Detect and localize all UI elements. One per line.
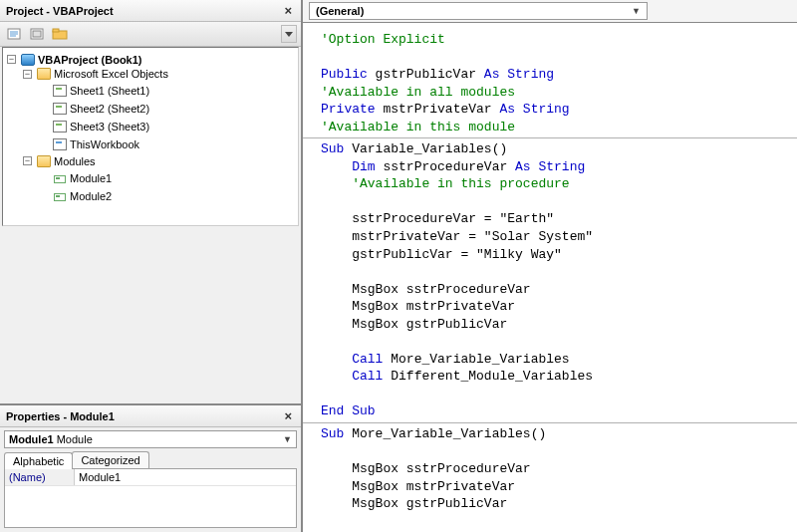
code-line[interactable]: Call Different_Module_Variables	[321, 368, 787, 386]
code-line[interactable]	[321, 386, 787, 403]
properties-tabs: Alphabetic Categorized	[0, 451, 301, 468]
code-line[interactable]: Sub Variable_Variables()	[321, 140, 787, 158]
workbook-icon	[53, 138, 67, 150]
tree-item-label: Sheet2 (Sheet2)	[70, 103, 149, 115]
view-object-icon[interactable]	[27, 25, 47, 43]
collapse-icon[interactable]: −	[23, 70, 32, 79]
project-toolbar	[0, 22, 301, 47]
code-line[interactable]: 'Available in this procedure	[321, 175, 787, 193]
properties-panel: Properties - Module1 × Module1 Module ▼ …	[0, 403, 301, 532]
tree-item-label: ThisWorkbook	[70, 138, 139, 150]
svg-rect-5	[33, 31, 41, 37]
tree-module-item[interactable]: Module1	[39, 172, 112, 184]
svg-marker-8	[285, 32, 293, 37]
properties-grid[interactable]: (Name) Module1	[4, 468, 297, 528]
folder-icon	[37, 68, 51, 80]
code-line[interactable]: MsgBox sstrProcedureVar	[321, 460, 787, 478]
svg-rect-7	[53, 29, 59, 32]
worksheet-icon	[53, 121, 67, 133]
code-line[interactable]	[321, 263, 787, 281]
code-line[interactable]: sstrProcedureVar = "Earth"	[321, 210, 787, 228]
project-tree[interactable]: − VBAProject (Book1) − Microsoft Excel O…	[2, 47, 299, 226]
tree-sheet-item[interactable]: Sheet3 (Sheet3)	[39, 121, 149, 133]
code-line[interactable]	[321, 193, 787, 211]
procedure-separator	[303, 137, 797, 138]
collapse-icon[interactable]: −	[7, 55, 16, 64]
worksheet-icon	[53, 85, 67, 97]
module-icon	[53, 172, 67, 184]
tree-workbook-item[interactable]: ThisWorkbook	[39, 138, 139, 150]
procedure-separator	[303, 422, 797, 423]
code-line[interactable]: Private mstrPrivateVar As String	[321, 101, 787, 119]
property-key: (Name)	[5, 469, 75, 485]
code-pane: (General) ▼ 'Option Explicit Public gstr…	[303, 0, 797, 532]
tab-categorized[interactable]: Categorized	[72, 451, 148, 468]
tree-folder-label: Microsoft Excel Objects	[54, 68, 168, 80]
code-line[interactable]	[321, 49, 787, 67]
code-line[interactable]: 'Option Explicit	[321, 31, 787, 49]
code-line[interactable]: gstrPublicVar = "Milky Way"	[321, 246, 787, 264]
folder-icon	[37, 155, 51, 167]
tree-module-item[interactable]: Module2	[39, 190, 112, 202]
code-line[interactable]: MsgBox gstrPublicVar	[321, 316, 787, 334]
object-dropdown[interactable]: (General) ▼	[309, 2, 648, 20]
tree-root-label: VBAProject (Book1)	[38, 54, 142, 66]
code-line[interactable]	[321, 333, 787, 351]
code-editor[interactable]: 'Option Explicit Public gstrPublicVar As…	[303, 23, 797, 532]
object-dropdown-value: (General)	[316, 5, 364, 17]
code-line[interactable]: Call More_Variable_Variables	[321, 351, 787, 369]
chevron-down-icon: ▼	[632, 6, 641, 16]
tab-alphabetic[interactable]: Alphabetic	[4, 452, 73, 469]
chevron-down-icon: ▼	[283, 434, 292, 444]
code-line[interactable]: MsgBox mstrPrivateVar	[321, 478, 787, 496]
tree-sheet-item[interactable]: Sheet2 (Sheet2)	[39, 103, 149, 115]
properties-object-combo[interactable]: Module1 Module ▼	[4, 430, 297, 448]
view-code-icon[interactable]	[4, 25, 24, 43]
project-panel-title: Project - VBAProject	[6, 5, 114, 17]
property-row[interactable]: (Name) Module1	[5, 469, 296, 486]
code-line[interactable]: MsgBox mstrPrivateVar	[321, 298, 787, 316]
panel-spacer	[0, 228, 301, 403]
properties-combo-text: Module1 Module	[9, 433, 93, 445]
collapse-icon[interactable]: −	[23, 156, 32, 165]
code-line[interactable]: MsgBox sstrProcedureVar	[321, 281, 787, 299]
code-line[interactable]: Dim sstrProcedureVar As String	[321, 158, 787, 176]
toolbar-overflow-button[interactable]	[281, 25, 297, 43]
tree-item-label: Module1	[70, 172, 112, 184]
tab-label: Alphabetic	[13, 455, 64, 467]
code-line[interactable]: 'Available in this module	[321, 119, 787, 136]
properties-panel-title: Properties - Module1	[6, 410, 115, 422]
code-line[interactable]	[321, 443, 787, 461]
tree-modules-folder[interactable]: − Modules	[23, 155, 96, 167]
property-value[interactable]: Module1	[75, 469, 296, 485]
code-line[interactable]: mstrPrivateVar = "Solar System"	[321, 228, 787, 246]
project-icon	[21, 54, 35, 66]
tree-root[interactable]: − VBAProject (Book1)	[7, 54, 142, 66]
tree-sheet-item[interactable]: Sheet1 (Sheet1)	[39, 85, 149, 97]
tab-label: Categorized	[81, 454, 139, 466]
close-icon[interactable]: ×	[281, 408, 295, 423]
project-panel-title-bar: Project - VBAProject ×	[0, 0, 301, 22]
tree-excel-folder[interactable]: − Microsoft Excel Objects	[23, 68, 168, 80]
code-line[interactable]: Sub More_Variable_Variables()	[321, 425, 787, 443]
tree-item-label: Sheet3 (Sheet3)	[70, 121, 149, 133]
tree-item-label: Module2	[70, 190, 112, 202]
properties-panel-title-bar: Properties - Module1 ×	[0, 405, 301, 427]
folder-icon[interactable]	[50, 25, 70, 43]
code-line[interactable]: MsgBox gstrPublicVar	[321, 495, 787, 513]
code-combo-bar: (General) ▼	[303, 0, 797, 23]
code-line[interactable]: 'Available in all modules	[321, 84, 787, 102]
project-explorer-column: Project - VBAProject × − VBAProject (Boo…	[0, 0, 303, 532]
close-icon[interactable]: ×	[281, 3, 295, 18]
code-line[interactable]: End Sub	[321, 402, 787, 420]
worksheet-icon	[53, 103, 67, 115]
module-icon	[53, 190, 67, 202]
tree-folder-label: Modules	[54, 155, 96, 167]
tree-item-label: Sheet1 (Sheet1)	[70, 85, 149, 97]
code-line[interactable]: Public gstrPublicVar As String	[321, 66, 787, 84]
code-line[interactable]	[321, 513, 787, 531]
